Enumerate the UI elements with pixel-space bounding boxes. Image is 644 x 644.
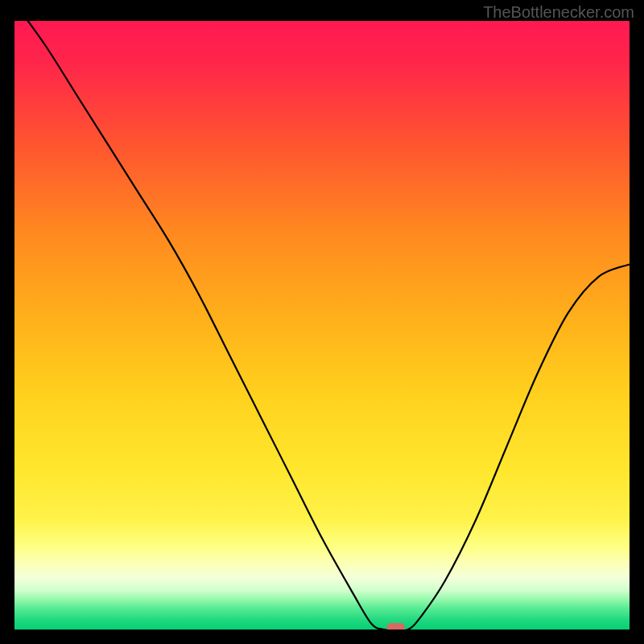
plot-area [14, 21, 630, 630]
chart-svg [14, 21, 630, 630]
optimum-marker [387, 623, 405, 630]
chart-container: TheBottlenecker.com [0, 0, 644, 644]
watermark-text: TheBottlenecker.com [483, 3, 634, 22]
